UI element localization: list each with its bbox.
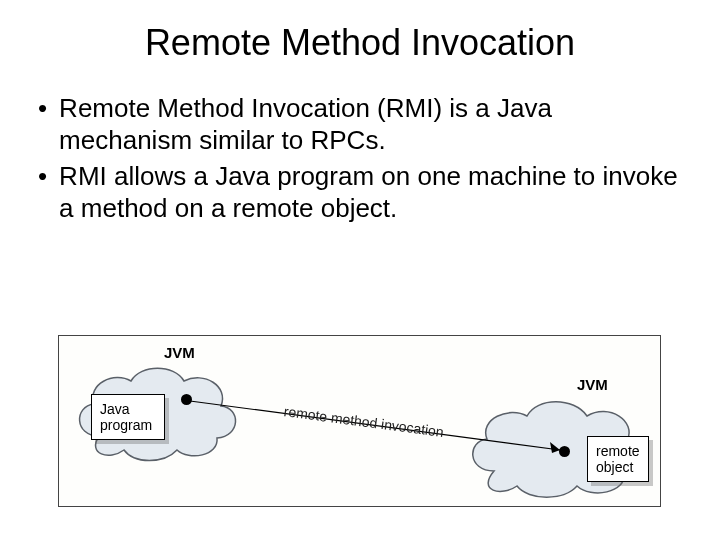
bullet-list: • Remote Method Invocation (RMI) is a Ja… bbox=[58, 92, 680, 224]
java-program-box: Java program bbox=[91, 394, 165, 440]
bullet-text: RMI allows a Java program on one machine… bbox=[59, 160, 680, 224]
jvm-label-right: JVM bbox=[577, 376, 608, 393]
rmi-diagram: JVM JVM Java program remote object remot… bbox=[58, 335, 661, 507]
svg-marker-1 bbox=[550, 442, 560, 453]
page-title: Remote Method Invocation bbox=[0, 22, 720, 64]
jvm-label-left: JVM bbox=[164, 344, 195, 361]
bullet-icon: • bbox=[38, 160, 47, 192]
java-program-label: Java program bbox=[100, 401, 152, 433]
list-item: • Remote Method Invocation (RMI) is a Ja… bbox=[58, 92, 680, 156]
remote-object-box: remote object bbox=[587, 436, 649, 482]
remote-object-label: remote object bbox=[596, 443, 640, 475]
bullet-text: Remote Method Invocation (RMI) is a Java… bbox=[59, 92, 680, 156]
bullet-icon: • bbox=[38, 92, 47, 124]
list-item: • RMI allows a Java program on one machi… bbox=[58, 160, 680, 224]
